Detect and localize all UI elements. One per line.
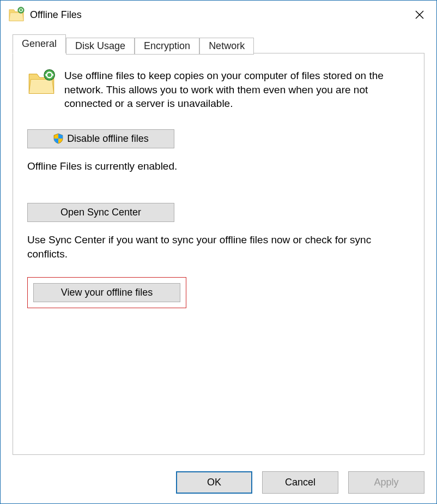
offline-files-dialog: Offline Files General Disk Usage Encrypt… [0, 0, 437, 504]
disable-offline-files-button[interactable]: Disable offline files [27, 129, 174, 148]
close-button[interactable] [407, 5, 432, 25]
folder-sync-icon [8, 7, 25, 23]
tab-disk-usage[interactable]: Disk Usage [66, 38, 135, 55]
status-text: Offline Files is currently enabled. [27, 160, 410, 172]
tab-network[interactable]: Network [199, 38, 254, 55]
folder-sync-large-icon [27, 69, 56, 97]
uac-shield-icon [53, 133, 64, 144]
tab-general[interactable]: General [13, 34, 66, 53]
intro-row: Use offline files to keep copies on your… [27, 69, 410, 111]
view-offline-files-button[interactable]: View your offline files [33, 283, 180, 302]
ok-button[interactable]: OK [176, 471, 252, 494]
intro-text: Use offline files to keep copies on your… [64, 69, 410, 111]
disable-offline-files-label: Disable offline files [67, 133, 149, 145]
cancel-button[interactable]: Cancel [262, 471, 338, 494]
tab-strip: General Disk Usage Encryption Network [13, 34, 424, 53]
titlebar: Offline Files [1, 1, 436, 29]
client-area: General Disk Usage Encryption Network [1, 29, 436, 464]
open-sync-center-label: Open Sync Center [60, 207, 141, 218]
svg-point-0 [18, 7, 24, 13]
highlighted-area: View your offline files [27, 277, 186, 308]
apply-button[interactable]: Apply [348, 471, 424, 494]
dialog-footer: OK Cancel Apply [1, 464, 436, 503]
close-icon [415, 10, 424, 20]
open-sync-center-button[interactable]: Open Sync Center [27, 203, 174, 222]
view-offline-files-label: View your offline files [61, 287, 153, 298]
tab-encryption[interactable]: Encryption [135, 38, 199, 55]
window-title: Offline Files [30, 9, 407, 21]
tab-panel-general: Use offline files to keep copies on your… [13, 53, 424, 455]
sync-description: Use Sync Center if you want to sync your… [27, 233, 410, 261]
